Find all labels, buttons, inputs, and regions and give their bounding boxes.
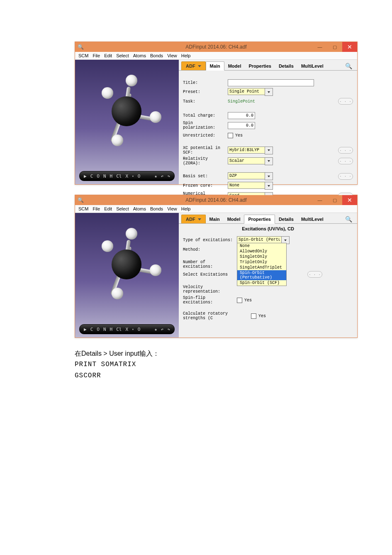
basis-select[interactable] bbox=[228, 172, 265, 179]
dd-item-tripletonly[interactable]: TripletOnly bbox=[237, 259, 286, 265]
menu-atoms[interactable]: Atoms bbox=[133, 53, 146, 58]
undo-icon[interactable]: ↶ bbox=[161, 327, 164, 332]
atombar-o2[interactable]: O bbox=[138, 174, 141, 179]
atombar-c[interactable]: C bbox=[90, 174, 93, 179]
atombar-x[interactable]: X bbox=[125, 327, 128, 332]
more-button[interactable]: · · · bbox=[338, 173, 353, 180]
atombar-cl[interactable]: Cl bbox=[116, 174, 122, 179]
menu-view[interactable]: View bbox=[167, 53, 177, 58]
more-button[interactable]: · · · bbox=[307, 271, 322, 278]
magnify-icon[interactable]: 🔍 bbox=[78, 197, 84, 203]
atombar-n[interactable]: N bbox=[103, 174, 106, 179]
adf-tab[interactable]: ADF bbox=[181, 215, 206, 223]
tab-properties[interactable]: Properties bbox=[244, 215, 275, 224]
dropdown-icon[interactable] bbox=[265, 172, 273, 180]
atombar-n[interactable]: N bbox=[103, 327, 106, 332]
minimize-button[interactable]: — bbox=[312, 195, 327, 205]
spinflip-label: Spin-flip excitations: bbox=[183, 296, 237, 305]
atombar-cursor-icon[interactable]: ▶ bbox=[84, 174, 87, 179]
menu-scm[interactable]: SCM bbox=[78, 206, 88, 211]
unrestricted-checkbox[interactable] bbox=[228, 133, 233, 138]
redo-icon[interactable]: ↷ bbox=[167, 174, 170, 179]
atombar-o[interactable]: O bbox=[97, 327, 100, 332]
dropdown-icon[interactable] bbox=[265, 182, 273, 190]
tab-model[interactable]: Model bbox=[224, 215, 244, 223]
excit-type-select[interactable] bbox=[237, 236, 282, 243]
atombar-dropdown-icon[interactable]: ▾ bbox=[132, 328, 134, 331]
adf-tab[interactable]: ADF bbox=[181, 61, 206, 70]
menu-select[interactable]: Select bbox=[116, 53, 129, 58]
dd-item-allowedonly[interactable]: AllowedOnly bbox=[237, 249, 286, 254]
dropdown-icon[interactable] bbox=[265, 88, 273, 96]
undo-icon[interactable]: ↶ bbox=[161, 174, 164, 179]
tab-details[interactable]: Details bbox=[275, 62, 297, 70]
atombar-c[interactable]: C bbox=[90, 327, 93, 332]
atombar-cursor-icon[interactable]: ▶ bbox=[84, 327, 87, 332]
molecule-viewport[interactable]: ▶ C O N H Cl X ▾ O ★ ↶ ↷ bbox=[75, 60, 179, 184]
dd-item-singletonly[interactable]: SingletOnly bbox=[237, 254, 286, 259]
redo-icon[interactable]: ↷ bbox=[167, 327, 170, 332]
instruction-line: 在Details > User input输入： bbox=[75, 348, 357, 359]
more-button[interactable]: · · · bbox=[338, 158, 353, 164]
tab-model[interactable]: Model bbox=[224, 62, 245, 70]
spin-input[interactable] bbox=[228, 122, 255, 129]
menu-file[interactable]: File bbox=[93, 206, 100, 211]
menu-bonds[interactable]: Bonds bbox=[150, 53, 163, 58]
menu-file[interactable]: File bbox=[93, 53, 100, 58]
tab-details[interactable]: Details bbox=[275, 215, 297, 223]
tab-multilevel[interactable]: MultiLevel bbox=[297, 62, 327, 70]
method-label: Method: bbox=[183, 247, 237, 252]
menu-select[interactable]: Select bbox=[116, 206, 129, 211]
magnify-icon[interactable]: 🔍 bbox=[78, 44, 84, 50]
close-button[interactable]: ✕ bbox=[342, 42, 357, 52]
dropdown-icon[interactable] bbox=[265, 157, 273, 165]
star-icon[interactable]: ★ bbox=[154, 327, 157, 332]
menu-view[interactable]: View bbox=[167, 206, 177, 211]
menu-edit[interactable]: Edit bbox=[104, 53, 112, 58]
dropdown-icon[interactable] bbox=[265, 147, 273, 154]
close-button[interactable]: ✕ bbox=[342, 195, 357, 205]
menu-scm[interactable]: SCM bbox=[78, 53, 88, 58]
dd-item-spinorbit-scf[interactable]: Spin-Orbit (SCF) bbox=[237, 280, 286, 286]
minimize-button[interactable]: — bbox=[312, 42, 327, 52]
tab-main[interactable]: Main bbox=[206, 61, 224, 71]
menu-help[interactable]: Help bbox=[181, 53, 191, 58]
star-icon[interactable]: ★ bbox=[154, 174, 157, 179]
dd-item-spinorbit-pert[interactable]: Spin-Orbit (Pertubative) bbox=[237, 270, 286, 280]
dd-item-none[interactable]: None bbox=[237, 243, 286, 249]
window-main: 🔍 ADFinput 2014.06: CH4.adf — ▢ ✕ SCM Fi… bbox=[75, 42, 358, 185]
dd-item-singletandtriplet[interactable]: SingletAndTriplet bbox=[237, 265, 286, 270]
maximize-button[interactable]: ▢ bbox=[327, 42, 342, 52]
atombar-dropdown-icon[interactable]: ▾ bbox=[132, 174, 134, 178]
menu-edit[interactable]: Edit bbox=[104, 206, 112, 211]
excit-type-dropdown: None AllowedOnly SingletOnly TripletOnly… bbox=[237, 243, 287, 286]
charge-input[interactable] bbox=[228, 112, 255, 119]
more-button[interactable]: · · · bbox=[338, 147, 353, 154]
atombar-o2[interactable]: O bbox=[138, 327, 141, 332]
tab-properties[interactable]: Properties bbox=[245, 62, 275, 70]
relativity-select[interactable] bbox=[228, 157, 265, 164]
menu-atoms[interactable]: Atoms bbox=[133, 206, 146, 211]
atombar-h[interactable]: H bbox=[110, 327, 113, 332]
more-button[interactable]: · · · bbox=[338, 98, 353, 105]
atombar-h[interactable]: H bbox=[110, 174, 113, 179]
molecule-viewport[interactable]: ▶ C O N H Cl X ▾ O ★ ↶ ↷ bbox=[75, 213, 179, 337]
title-input[interactable] bbox=[228, 79, 314, 86]
tab-main[interactable]: Main bbox=[206, 215, 224, 223]
menu-help[interactable]: Help bbox=[181, 206, 191, 211]
rotatory-checkbox[interactable] bbox=[251, 313, 256, 319]
frozen-select[interactable] bbox=[228, 182, 265, 189]
atombar-cl[interactable]: Cl bbox=[116, 327, 122, 332]
preset-select[interactable] bbox=[228, 88, 265, 95]
search-icon[interactable]: 🔍 bbox=[345, 216, 355, 222]
spinflip-checkbox[interactable] bbox=[237, 298, 242, 303]
atombar-o[interactable]: O bbox=[97, 174, 100, 179]
tab-multilevel[interactable]: MultiLevel bbox=[297, 215, 327, 223]
menu-bonds[interactable]: Bonds bbox=[150, 206, 163, 211]
atom-h bbox=[150, 264, 161, 276]
settings-panel: ADF Main Model Properties Details MultiL… bbox=[179, 60, 357, 184]
maximize-button[interactable]: ▢ bbox=[327, 195, 342, 205]
search-icon[interactable]: 🔍 bbox=[345, 63, 355, 69]
xc-select[interactable] bbox=[228, 147, 265, 154]
atombar-x[interactable]: X bbox=[125, 174, 128, 179]
